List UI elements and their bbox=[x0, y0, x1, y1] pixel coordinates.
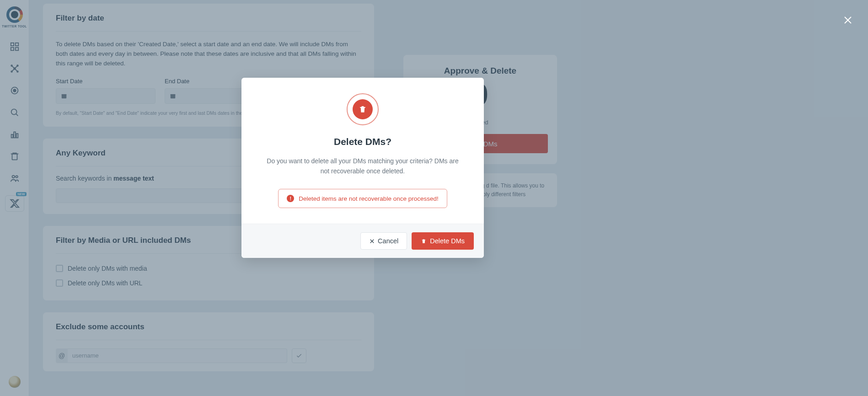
alert-icon: ! bbox=[287, 195, 294, 202]
trash-icon bbox=[358, 105, 367, 114]
close-button[interactable] bbox=[841, 14, 854, 27]
cancel-button[interactable]: Cancel bbox=[360, 232, 407, 250]
confirm-delete-button[interactable]: Delete DMs bbox=[412, 232, 474, 250]
modal-title: Delete DMs? bbox=[260, 136, 466, 147]
warning-text: Deleted items are not recoverable once p… bbox=[299, 195, 438, 202]
close-icon bbox=[369, 238, 375, 244]
modal-icon bbox=[347, 93, 379, 125]
modal-footer: Cancel Delete DMs bbox=[241, 224, 484, 258]
confirm-label: Delete DMs bbox=[430, 237, 465, 245]
trash-icon bbox=[421, 238, 427, 244]
confirm-modal: Delete DMs? Do you want to delete all yo… bbox=[241, 78, 484, 258]
cancel-label: Cancel bbox=[378, 237, 398, 245]
modal-warning: ! Deleted items are not recoverable once… bbox=[278, 189, 447, 208]
modal-desc: Do you want to delete all your DMs match… bbox=[260, 156, 466, 176]
close-icon bbox=[842, 15, 853, 26]
modal-body: Delete DMs? Do you want to delete all yo… bbox=[241, 78, 484, 224]
